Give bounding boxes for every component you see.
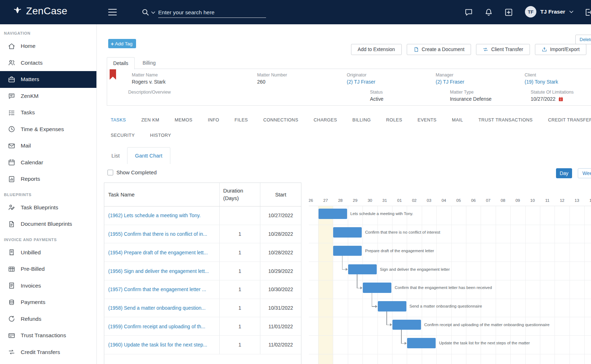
sidebar-item-credit-transfers[interactable]: Credit Transfers: [0, 344, 96, 361]
matter-tab-credit-transfers[interactable]: CREDIT TRANSFERS: [548, 118, 591, 123]
search-input[interactable]: [158, 7, 266, 18]
bell-icon[interactable]: [484, 8, 493, 17]
matter-tab-security[interactable]: SECURITY: [111, 133, 135, 138]
matter-tab-history[interactable]: HISTORY: [150, 133, 171, 138]
sidebar-item-calendar[interactable]: Calendar: [0, 154, 96, 171]
gantt-day-header: 05: [451, 198, 466, 203]
task-name-link[interactable]: (1959) Confirm receipt and uploading of …: [104, 317, 220, 335]
sidebar-item-zenkm[interactable]: ZenKM: [0, 88, 96, 105]
task-name-link[interactable]: (1958) Send a matter onboarding question…: [104, 299, 220, 317]
user-menu[interactable]: TF TJ Fraser: [525, 6, 574, 18]
sidebar-item-home[interactable]: Home: [0, 38, 96, 55]
import-export-label: Import/Export: [550, 47, 580, 52]
gantt-bar[interactable]: [333, 227, 362, 238]
gantt-day-header-row: 2627282930310102030405060708091011121314: [309, 183, 591, 206]
logout-icon[interactable]: [584, 8, 591, 17]
matter-tab-trust-transactions[interactable]: TRUST TRANSACTIONS: [479, 118, 533, 123]
sidebar-item-label: Document Blueprints: [21, 221, 72, 227]
gantt-bar[interactable]: [378, 301, 406, 311]
sidebar-item-tasks[interactable]: Tasks: [0, 104, 96, 121]
tab-billing[interactable]: Billing: [136, 57, 162, 69]
client-transfer-button[interactable]: Client Transfer: [476, 44, 530, 55]
task-name-link[interactable]: (1956) Sign and deliver the engagement l…: [104, 262, 220, 280]
tab-details[interactable]: Details: [107, 57, 135, 69]
matter-tab-zen-km[interactable]: ZEN KM: [141, 118, 159, 123]
task-name-link[interactable]: (1960) Update the task list for the next…: [104, 336, 220, 354]
search-scope-chevron-icon[interactable]: [151, 11, 155, 14]
manager-link[interactable]: (2) TJ Fraser: [436, 79, 464, 85]
search-icon[interactable]: [141, 8, 149, 16]
gantt-day-header: 06: [466, 198, 481, 203]
bookmark-icon[interactable]: [110, 69, 116, 80]
sidebar-item-mail[interactable]: Mail: [0, 138, 96, 154]
task-name-link[interactable]: (1962) Lets schedule a meeting with Tony…: [104, 206, 220, 225]
task-name-link[interactable]: (1954) Prepare draft of the engagement l…: [104, 243, 220, 261]
gantt-bar[interactable]: [407, 338, 436, 348]
task-duration: 1: [220, 280, 260, 299]
brand-name: ZenCase: [26, 5, 67, 17]
add-tag-button[interactable]: + Add Tag: [108, 39, 136, 48]
sidebar-item-reports[interactable]: Reports: [0, 171, 96, 188]
chat-icon[interactable]: [464, 8, 473, 17]
gantt-day-header: 08: [496, 198, 510, 203]
sidebar-item-contacts[interactable]: Contacts: [0, 55, 96, 71]
plus-square-icon[interactable]: [504, 8, 513, 17]
menu-toggle-button[interactable]: [108, 9, 117, 15]
gantt-gridline-horizontal: [309, 335, 591, 336]
matter-tab-roles[interactable]: ROLES: [386, 118, 402, 123]
task-name-link[interactable]: (1955) Confirm that there is no conflict…: [104, 225, 220, 243]
field-label: Description/Overview: [128, 90, 171, 95]
matter-tab-tasks[interactable]: TASKS: [111, 118, 126, 123]
sidebar-item-task-blueprints[interactable]: Task Blueprints: [0, 199, 96, 216]
originator-link[interactable]: (2) TJ Fraser: [347, 79, 375, 85]
gantt-day-header: 01: [392, 198, 407, 203]
gantt-bar[interactable]: [348, 264, 377, 275]
sidebar-item-label: Trust Transactions: [21, 332, 66, 339]
delete-button[interactable]: Delete: [575, 35, 591, 44]
matter-tab-mail[interactable]: MAIL: [452, 118, 463, 123]
refunds-icon: [8, 315, 15, 323]
brand[interactable]: ZenCase: [12, 5, 67, 17]
gantt-bar[interactable]: [363, 283, 391, 293]
gantt-bar[interactable]: [392, 320, 421, 330]
matter-tab-events[interactable]: EVENTS: [417, 118, 436, 123]
column-header-task-name: Task Name: [104, 183, 220, 206]
client-link[interactable]: (19) Tony Stark: [525, 79, 558, 85]
sidebar-item-pre-billed[interactable]: Pre-Billed: [0, 261, 96, 278]
gantt-bar-label: Sign and deliver the engagement letter: [380, 264, 450, 275]
import-export-button[interactable]: Import/Export: [535, 44, 586, 55]
task-row-empty: [104, 354, 301, 364]
matter-tab-charges[interactable]: CHARGES: [314, 118, 337, 123]
sidebar-item-time-expenses[interactable]: Time & Expenses: [0, 121, 96, 138]
matter-tab-connections[interactable]: CONNECTIONS: [263, 118, 298, 123]
gantt-bar[interactable]: [319, 209, 347, 219]
sidebar-item-invoices[interactable]: Invoices: [0, 278, 96, 294]
matter-tab-files[interactable]: FILES: [235, 118, 248, 123]
dependency-arrow-icon: [405, 342, 407, 345]
show-completed-toggle[interactable]: Show Completed: [107, 170, 157, 175]
tab-gantt-chart[interactable]: Gantt Chart: [127, 147, 170, 164]
task-name-link[interactable]: (1957) Confirm that the engagement lette…: [104, 280, 220, 299]
week-scale-button[interactable]: Week: [578, 168, 591, 178]
field-label: Statute Of Limitations: [531, 90, 574, 95]
sidebar-item-refunds[interactable]: Refunds: [0, 311, 96, 328]
show-completed-checkbox[interactable]: [107, 170, 113, 175]
document-icon: [414, 47, 419, 52]
sidebar-item-payments[interactable]: Payments: [0, 294, 96, 311]
gantt-gridline-vertical: [570, 206, 570, 364]
create-document-button[interactable]: Create a Document: [407, 44, 471, 55]
matter-tab-billing[interactable]: BILLING: [352, 118, 371, 123]
gantt-gridline-horizontal: [309, 243, 591, 243]
day-scale-button[interactable]: Day: [556, 168, 572, 178]
add-to-extension-button[interactable]: Add to Extension: [351, 44, 402, 55]
matter-tab-info[interactable]: INFO: [208, 118, 219, 123]
gantt-bar[interactable]: [333, 246, 362, 256]
sidebar-item-label: Unbilled: [21, 249, 41, 256]
sidebar-item-matters[interactable]: Matters: [0, 71, 96, 88]
sidebar-item-document-blueprints[interactable]: Document Blueprints: [0, 216, 96, 233]
sidebar-item-trust-transactions[interactable]: Trust Transactions: [0, 327, 96, 344]
field-label: Status: [370, 90, 384, 95]
sidebar-item-unbilled[interactable]: Unbilled: [0, 244, 96, 261]
matter-tab-memos[interactable]: MEMOS: [175, 118, 192, 123]
tab-list-view[interactable]: List: [104, 147, 127, 164]
